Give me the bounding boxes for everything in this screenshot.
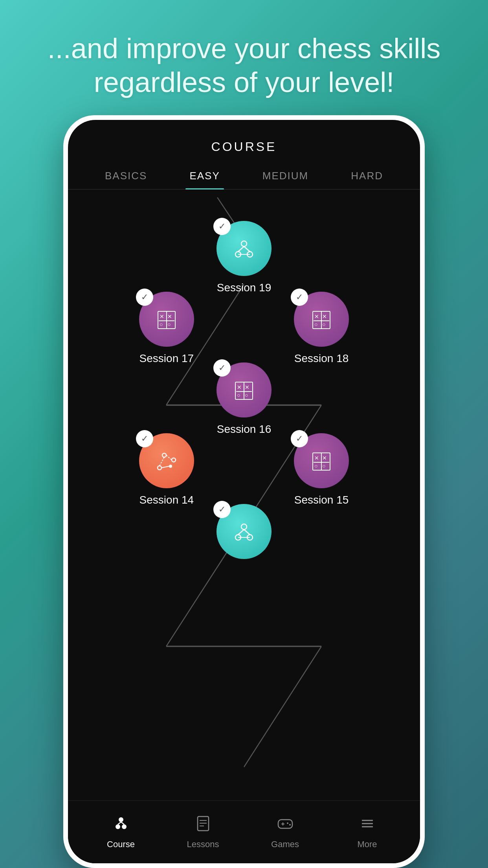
svg-line-10 [238,246,244,252]
svg-point-35 [172,458,176,462]
session-19-node[interactable]: ✓ Session 19 [216,221,272,294]
svg-text:○: ○ [314,321,317,327]
completed-badge: ✓ [213,501,231,518]
course-map: ✓ Session 19 ✓ ✕ [68,197,420,800]
svg-point-66 [287,822,288,824]
phone-screen: COURSE BASICS EASY MEDIUM HARD [68,120,420,863]
session-16-node[interactable]: ✓ ✕ ✕ ○ ○ Session 16 [216,362,272,436]
session-icon: ✕ ✕ ○ ○ [232,378,256,402]
svg-text:✕: ✕ [245,384,250,390]
svg-text:✕: ✕ [237,384,242,390]
session-17-label: Session 17 [139,352,194,365]
tab-medium[interactable]: MEDIUM [259,162,312,189]
bottom-navigation: Course Lessons [68,800,420,863]
session-15-node[interactable]: ✓ ✕ ✕ ○ ○ Session 15 [294,433,349,506]
svg-text:✕: ✕ [314,455,319,461]
course-nav-label: Course [107,839,135,850]
svg-line-58 [121,822,124,824]
svg-line-5 [244,646,321,767]
session-icon [155,449,178,473]
tab-basics[interactable]: BASICS [101,162,151,189]
svg-line-11 [244,246,250,252]
nav-games[interactable]: Games [244,815,326,850]
svg-text:○: ○ [167,321,171,327]
svg-text:✕: ✕ [160,313,164,320]
nav-more[interactable]: More [326,815,408,850]
more-nav-label: More [357,839,377,850]
nav-course[interactable]: Course [80,815,162,850]
session-icon: ✕ ✕ ○ ○ [310,449,333,473]
svg-point-37 [169,465,172,468]
lessons-icon [194,815,212,836]
completed-badge: ✓ [136,430,153,447]
completed-badge: ✓ [213,218,231,235]
course-icon [112,815,130,836]
svg-point-36 [162,453,166,457]
svg-text:○: ○ [160,321,163,327]
svg-line-39 [166,455,172,460]
games-nav-label: Games [271,839,299,850]
session-icon: ✕ ✕ ○ ○ [155,307,178,331]
svg-point-67 [289,824,291,826]
games-icon [277,815,294,836]
svg-line-57 [118,822,121,824]
svg-point-56 [119,817,123,822]
tab-easy[interactable]: EASY [185,162,224,189]
course-title: COURSE [68,120,420,162]
header-text: ...and improve your chess skills regardl… [31,31,457,99]
svg-text:○: ○ [314,463,317,469]
session-14-label: Session 14 [139,494,194,506]
svg-line-51 [238,530,244,535]
session-15-label: Session 15 [294,494,349,506]
svg-text:✕: ✕ [322,455,327,461]
svg-text:✕: ✕ [322,313,327,320]
svg-text:○: ○ [322,321,325,327]
tab-hard[interactable]: HARD [347,162,387,189]
completed-badge: ✓ [291,289,308,306]
more-icon [359,815,376,836]
session-18-label: Session 18 [294,352,349,365]
svg-point-34 [158,466,161,470]
svg-line-38 [161,466,169,468]
completed-badge: ✓ [136,289,153,306]
nav-lessons[interactable]: Lessons [162,815,244,850]
svg-rect-63 [278,820,292,828]
session-icon [232,237,256,260]
svg-point-9 [241,241,247,246]
session-19-label: Session 19 [217,281,272,294]
svg-line-52 [244,530,250,535]
completed-badge: ✓ [291,430,308,447]
session-18-node[interactable]: ✓ ✕ ✕ ○ ○ Session 18 [294,292,349,365]
session-icon [232,520,256,543]
difficulty-tabs: BASICS EASY MEDIUM HARD [68,162,420,189]
svg-text:○: ○ [322,463,325,469]
svg-point-55 [122,824,127,829]
svg-point-50 [241,524,247,530]
session-16-label: Session 16 [217,423,272,436]
completed-badge: ✓ [213,359,231,377]
session-icon: ✕ ✕ ○ ○ [310,307,333,331]
session-17-node[interactable]: ✓ ✕ ✕ ○ ○ Session 17 [139,292,194,365]
svg-text:✕: ✕ [167,313,172,320]
svg-text:○: ○ [237,392,240,398]
lessons-nav-label: Lessons [187,839,219,850]
svg-line-40 [160,457,164,466]
svg-text:○: ○ [245,392,248,398]
svg-point-54 [116,824,120,829]
session-14-node[interactable]: ✓ Session 14 [139,433,194,506]
svg-text:✕: ✕ [314,313,319,320]
session-13-node[interactable]: ✓ [216,504,272,559]
header-section: ...and improve your chess skills regardl… [0,0,488,115]
phone-mockup: COURSE BASICS EASY MEDIUM HARD [63,115,425,868]
